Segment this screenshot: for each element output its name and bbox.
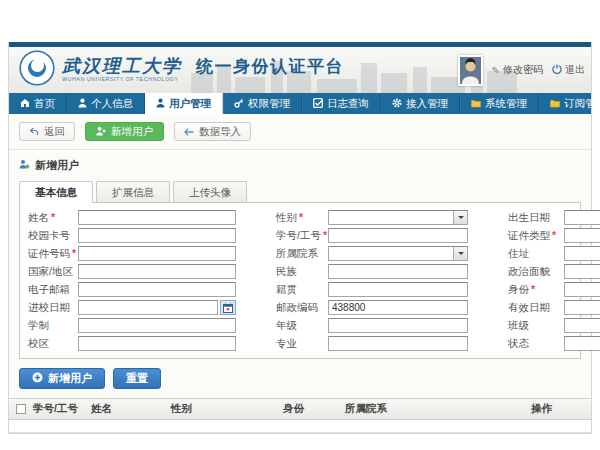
nav-item-access-management[interactable]: 接入管理 [381, 93, 460, 114]
header-user-area: ✎ 修改密码 退出 [458, 55, 585, 86]
campus-card-input[interactable] [78, 228, 236, 243]
field-id-type: 证件类型* [508, 228, 600, 243]
nav-item-system-management[interactable]: 系统管理 [460, 93, 539, 114]
student-id-input[interactable] [328, 228, 468, 243]
change-password-link[interactable]: ✎ 修改密码 [492, 63, 543, 77]
folder-icon [471, 98, 481, 110]
nav-item-user-management[interactable]: 用户管理 [145, 93, 223, 114]
field-valid-date: 有效日期 [508, 300, 600, 315]
field-id-number: 证件号码* [28, 246, 236, 261]
gear-icon [392, 98, 402, 110]
submit-add-user-button[interactable]: 新增用户 [19, 368, 105, 389]
tab-basic-info[interactable]: 基本信息 [19, 181, 93, 203]
valid-date-input[interactable] [564, 300, 600, 315]
submit-label: 新增用户 [48, 371, 92, 386]
user-avatar[interactable] [458, 55, 483, 86]
field-label: 证件号码 [28, 247, 70, 259]
nav-item-home[interactable]: 首页 [9, 93, 67, 114]
name-input[interactable] [78, 210, 236, 225]
political-status-input[interactable] [564, 264, 600, 279]
dropdown-arrow-icon[interactable] [453, 247, 467, 260]
birth-date-input[interactable] [564, 210, 600, 225]
field-campus: 校区 [28, 336, 236, 351]
field-country: 国家/地区 [28, 264, 236, 279]
back-label: 返回 [44, 125, 65, 139]
gender-select[interactable] [328, 210, 468, 225]
nav-label: 权限管理 [248, 97, 290, 111]
import-icon [184, 126, 194, 138]
field-label: 有效日期 [508, 301, 550, 313]
nav-item-personal-info[interactable]: 个人信息 [67, 93, 145, 114]
field-label: 所属院系 [276, 247, 318, 259]
form-tabs: 基本信息 扩展信息 上传头像 [9, 178, 591, 202]
field-label: 国家/地区 [28, 265, 73, 277]
field-class: 班级 [508, 318, 600, 333]
address-input[interactable] [564, 246, 600, 261]
content-area: 返回 新增用户 数据导入 新增用户 基本信息 扩展信息 上传头像 [9, 114, 591, 433]
ethnicity-input[interactable] [328, 264, 468, 279]
grade-input[interactable] [328, 318, 468, 333]
country-input[interactable] [78, 264, 236, 279]
toolbar-add-user-button[interactable]: 新增用户 [85, 122, 164, 141]
identity-input[interactable] [564, 282, 600, 297]
reset-label: 重置 [126, 371, 148, 386]
field-label: 姓名 [28, 211, 49, 223]
form-actions: 新增用户 重置 [9, 359, 591, 396]
field-gender: 性别* [276, 210, 468, 225]
id-type-input[interactable] [564, 228, 600, 243]
table-empty-row [9, 420, 591, 433]
id-number-input[interactable] [78, 246, 236, 261]
required-marker: * [72, 247, 76, 259]
column-header-identity: 身份 [279, 402, 341, 416]
campus-input[interactable] [78, 336, 236, 351]
field-label: 电子邮箱 [28, 283, 70, 295]
dropdown-arrow-icon[interactable] [453, 211, 467, 224]
field-label: 证件类型 [508, 229, 550, 241]
field-label: 住址 [508, 247, 529, 259]
field-label: 校区 [28, 337, 49, 349]
pencil-icon: ✎ [492, 65, 500, 76]
field-postal-code: 邮政编码 [276, 300, 468, 315]
postal-code-input[interactable] [328, 300, 468, 315]
nav-label: 接入管理 [406, 97, 448, 111]
class-input[interactable] [564, 318, 600, 333]
entry-date-input[interactable] [78, 300, 218, 315]
key-icon [234, 98, 244, 110]
back-button[interactable]: 返回 [19, 122, 75, 141]
required-marker: * [51, 211, 55, 223]
tab-extended-info[interactable]: 扩展信息 [96, 181, 170, 202]
study-length-input[interactable] [78, 318, 236, 333]
field-identity: 身份* [508, 282, 600, 297]
field-name: 姓名* [28, 210, 236, 225]
native-place-input[interactable] [328, 282, 468, 297]
nav-item-log-query[interactable]: 日志查询 [302, 93, 381, 114]
nav-item-permission-management[interactable]: 权限管理 [223, 93, 302, 114]
email-input[interactable] [78, 282, 236, 297]
university-logo [19, 50, 55, 90]
status-input[interactable] [564, 336, 600, 351]
field-grade: 年级 [276, 318, 468, 333]
form-grid: 姓名* 性别* 出生日期 校园卡号 学号/工号* [28, 210, 572, 351]
nav-label: 日志查询 [327, 97, 369, 111]
calendar-icon[interactable] [220, 300, 236, 315]
column-header-department: 所属院系 [341, 402, 527, 416]
reset-button[interactable]: 重置 [113, 368, 161, 389]
data-import-button[interactable]: 数据导入 [174, 122, 251, 141]
nav-label: 用户管理 [169, 97, 211, 111]
change-password-label: 修改密码 [503, 63, 543, 77]
required-marker: * [531, 283, 535, 295]
field-label: 状态 [508, 337, 529, 349]
add-user-icon [96, 126, 106, 138]
field-status: 状态 [508, 336, 600, 351]
logout-link[interactable]: 退出 [552, 63, 585, 77]
nav-label: 首页 [34, 97, 55, 111]
nav-item-subscription-management[interactable]: 订阅管理 [539, 93, 600, 114]
section-title: 新增用户 [35, 158, 79, 173]
select-all-checkbox[interactable] [16, 404, 26, 414]
department-select[interactable] [328, 246, 468, 261]
major-input[interactable] [328, 336, 468, 351]
tab-upload-avatar[interactable]: 上传头像 [173, 181, 247, 202]
field-label: 进校日期 [28, 301, 70, 313]
power-icon [552, 64, 562, 76]
field-label: 年级 [276, 319, 297, 331]
